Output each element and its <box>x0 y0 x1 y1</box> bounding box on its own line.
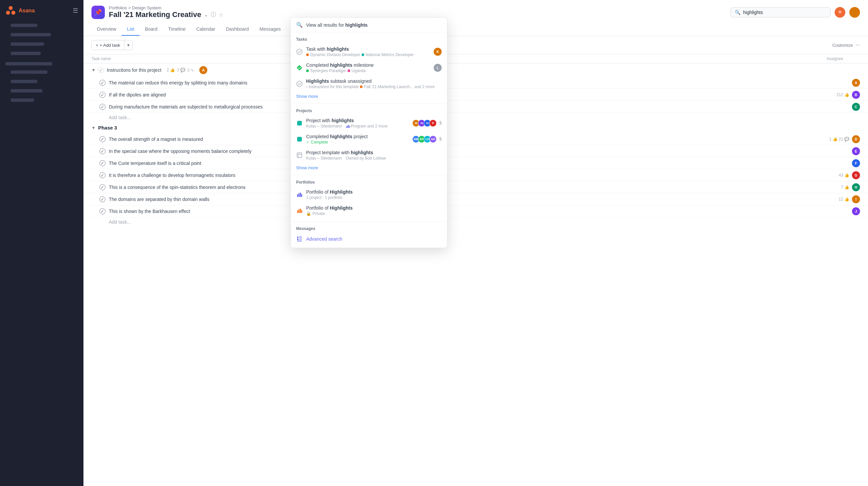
task-row[interactable]: ✓ If all the dipoles are aligned 212 👍 B <box>84 89 868 101</box>
tag-dot-2 <box>362 54 364 56</box>
svg-rect-9 <box>349 126 350 128</box>
nav-placeholder-4 <box>11 52 41 55</box>
proj1-title: Project with highlights <box>306 118 409 123</box>
instructions-title: Instructions for this project <box>107 67 161 73</box>
task-assignee-avatar: G <box>852 171 860 179</box>
tab-messages[interactable]: Messages <box>254 23 286 36</box>
task-name: This is a consequence of the spin-statis… <box>109 185 838 190</box>
svg-rect-4 <box>297 65 303 71</box>
task-row[interactable]: ✓ In the special case where the opposing… <box>84 145 868 157</box>
sidebar-divider <box>3 62 81 65</box>
nav-placeholder-1 <box>11 24 37 27</box>
search-result-port1[interactable]: Portfolio of Highlights 1 project · 1 po… <box>291 187 447 203</box>
tab-dashboard[interactable]: Dashboard <box>221 23 254 36</box>
add-task-main[interactable]: + + Add task <box>92 41 124 50</box>
more-options-button[interactable]: ··· <box>856 42 860 48</box>
task-row[interactable]: ✓ The Curie temperature itself is a crit… <box>84 157 868 169</box>
task1-right: K <box>434 48 442 56</box>
advanced-search-label: Advanced search <box>306 236 442 242</box>
sidebar-item-5[interactable] <box>5 68 78 76</box>
phase3-toggle-icon[interactable]: ▼ <box>91 126 95 130</box>
view-all-results[interactable]: 🔍 Tasks View all results for highlights <box>291 18 447 32</box>
search-input[interactable] <box>743 10 826 15</box>
plus-button[interactable]: + <box>835 7 845 18</box>
nav-placeholder-7 <box>11 80 37 83</box>
add-task-button[interactable]: + + Add task ▾ <box>91 40 132 50</box>
task-row[interactable]: ✓ It is therefore a challenge to develop… <box>84 169 868 181</box>
task2-diamond-icon <box>296 64 303 71</box>
breadcrumb-portfolios[interactable]: Portfolios <box>109 5 127 10</box>
lock-icon: 🔒 <box>306 211 311 216</box>
task-check-icon: ✓ <box>99 80 105 86</box>
sidebar-item-2[interactable] <box>5 31 78 38</box>
add-task-chevron-icon[interactable]: ▾ <box>124 40 132 50</box>
task-row[interactable]: ✓ The overall strength of a magnet is me… <box>84 133 868 145</box>
show-more-projects[interactable]: Show more <box>291 163 447 172</box>
search-result-port2[interactable]: Portfolio of Highlights 🔒 Private <box>291 203 447 219</box>
task-name: It is therefore a challenge to develop f… <box>109 172 836 178</box>
star-icon[interactable]: ☆ <box>219 12 223 18</box>
search-icon: 🔍 <box>735 10 741 15</box>
port2-content: Portfolio of Highlights 🔒 Private <box>306 205 442 216</box>
svg-rect-8 <box>348 125 349 128</box>
tab-calendar[interactable]: Calendar <box>191 23 221 36</box>
info-circle-icon[interactable]: ⓘ <box>211 11 216 19</box>
sidebar-item-4[interactable] <box>5 50 78 57</box>
svg-rect-14 <box>299 193 300 197</box>
tab-list[interactable]: List <box>122 23 140 36</box>
sidebar-item-8[interactable] <box>5 96 78 104</box>
user-avatar[interactable] <box>849 7 860 18</box>
search-result-proj3[interactable]: Project template with highlights Kulas –… <box>291 147 447 163</box>
tag-dot-4 <box>347 69 350 72</box>
search-result-task1[interactable]: Task with highlights Dynamic Division De… <box>291 44 447 60</box>
svg-point-5 <box>297 81 302 87</box>
section-header-instructions[interactable]: ▼ ✓ Instructions for this project 2 👍 2 … <box>84 63 868 77</box>
svg-point-3 <box>297 49 302 55</box>
svg-rect-7 <box>347 126 348 128</box>
tag-dot-5 <box>360 86 363 88</box>
add-task-inline-instructions[interactable]: Add task... <box>84 113 868 122</box>
project-title-row: Fall '21 Marketing Creative ⌄ ⓘ ☆ <box>109 10 223 19</box>
proj3-subtitle: Kulas – Stiedemann · Owned by Bob Loblaw <box>306 156 442 161</box>
search-result-task2[interactable]: Completed highlights milestone Synergies… <box>291 60 447 76</box>
tab-timeline[interactable]: Timeline <box>163 23 191 36</box>
port1-content: Portfolio of Highlights 1 project · 1 po… <box>306 189 442 200</box>
task-row[interactable]: ✓ This is a consequence of the spin-stat… <box>84 181 868 193</box>
show-more-tasks[interactable]: Show more <box>291 92 447 101</box>
add-task-inline-phase3[interactable]: Add task... <box>84 217 868 227</box>
customize-label: Customize <box>832 43 852 48</box>
task-row[interactable]: ✓ This is shown by the Barkhausen effect… <box>84 205 868 217</box>
svg-rect-21 <box>297 237 299 238</box>
sidebar-item-1[interactable] <box>5 22 78 29</box>
section-header-phase3[interactable]: ▼ Phase 3 <box>84 122 868 133</box>
proj3-title: Project template with highlights <box>306 150 442 155</box>
nav-placeholder-3 <box>11 42 44 46</box>
task-check-icon: ✓ <box>99 172 105 178</box>
instructions-toggle-icon[interactable]: ▼ <box>91 68 95 72</box>
task-row[interactable]: ✓ The domains are separated by thin doma… <box>84 193 868 205</box>
customize-button[interactable]: Customize <box>832 43 852 48</box>
task-row[interactable]: ✓ During manufacture the materials are s… <box>84 101 868 113</box>
complete-badge: Complete <box>306 140 328 144</box>
tab-board[interactable]: Board <box>140 23 163 36</box>
proj1-org: Kulas – Stiedemann <box>306 124 342 129</box>
search-result-proj2[interactable]: Completed highlights project Complete MB… <box>291 131 447 147</box>
search-result-task3[interactable]: Highlights subtask unassigned ‹ Instruct… <box>291 76 447 92</box>
task-assignee-avatar: C <box>852 103 860 111</box>
breadcrumb-design-system[interactable]: Design System <box>132 5 161 10</box>
tab-overview[interactable]: Overview <box>91 23 122 36</box>
svg-point-1 <box>6 11 10 15</box>
add-task-label: + Add task <box>100 43 120 48</box>
task-row[interactable]: ✓ The material can reduce this energy by… <box>84 77 868 89</box>
sidebar-item-6[interactable] <box>5 78 78 85</box>
tag-5: Fall '21 Marketing Launch... <box>364 85 413 89</box>
search-result-proj1[interactable]: Project with highlights Kulas – Stiedema… <box>291 115 447 131</box>
tag-dot-1 <box>306 54 309 56</box>
advanced-search-item[interactable]: Advanced search <box>291 233 447 245</box>
sidebar-item-7[interactable] <box>5 87 78 94</box>
sidebar-item-3[interactable] <box>5 40 78 48</box>
svg-rect-17 <box>297 210 298 213</box>
title-chevron-icon[interactable]: ⌄ <box>204 12 208 18</box>
sidebar-toggle-icon[interactable]: ☰ <box>73 7 78 14</box>
nav-placeholder-5 <box>5 62 52 65</box>
